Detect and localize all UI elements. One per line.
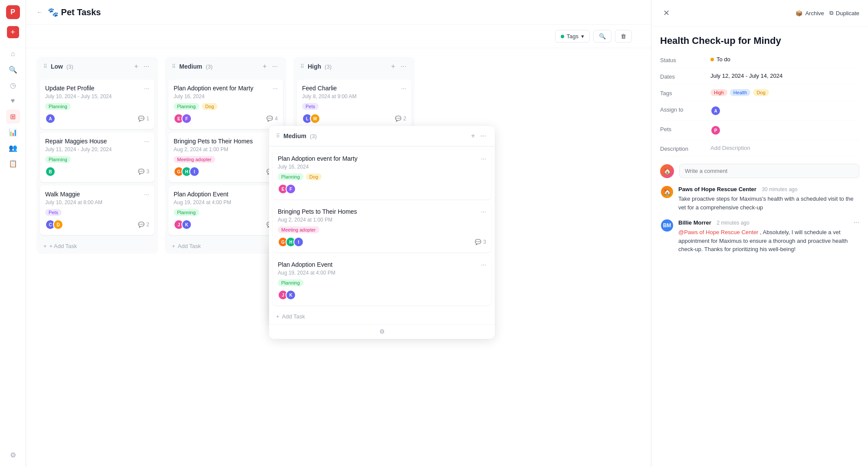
comment-input-field[interactable] <box>679 164 859 178</box>
column-medium-title: Medium <box>179 63 202 70</box>
overlay-card-3[interactable]: Plan Adoption Event ··· Aug 19, 2024 at … <box>273 256 491 305</box>
sidebar-item-settings[interactable]: ⚙ <box>6 448 20 462</box>
column-low: ⠿ Low (3) + ··· Update Pet Profile ··· J… <box>36 57 158 254</box>
duplicate-button[interactable]: ⧉ Duplicate <box>829 10 859 17</box>
search-button[interactable]: 🔍 <box>593 30 612 43</box>
card-feed-charlie[interactable]: Feed Charlie ··· July 8, 2024 at 9:00 AM… <box>297 79 411 129</box>
comment-icon: 💬 <box>138 222 145 228</box>
card-tags: Planning <box>278 279 486 286</box>
sidebar-item-people[interactable]: 👥 <box>6 141 20 155</box>
card-footer: A 💬 1 <box>45 113 149 124</box>
card-menu-button[interactable]: ··· <box>273 85 278 92</box>
card-menu-button[interactable]: ··· <box>481 155 486 164</box>
column-menu-button[interactable]: ··· <box>142 62 151 71</box>
sidebar-item-home[interactable]: ⌂ <box>6 47 20 61</box>
close-button[interactable]: ✕ <box>660 7 672 19</box>
back-button[interactable]: ← <box>36 9 43 16</box>
comment-menu-button[interactable]: ··· <box>854 219 859 226</box>
card-date: Aug 2, 2024 at 1:00 PM <box>278 217 486 223</box>
column-menu-button[interactable]: ··· <box>270 62 279 71</box>
field-description: Description Add Description <box>660 140 859 157</box>
overlay-card-2[interactable]: Bringing Pets to Their Homes ··· Aug 2, … <box>273 203 491 252</box>
add-task-low[interactable]: + + Add Task <box>36 238 158 254</box>
avatar: A <box>45 113 56 124</box>
overlay-col-count: (3) <box>310 133 317 139</box>
field-value-pets[interactable]: P <box>710 125 721 136</box>
card-plan-adoption-event[interactable]: Plan Adoption Event ··· Aug 19, 2024 at … <box>168 185 283 235</box>
card-bringing-pets[interactable]: Bringing Pets to Their Homes ··· Aug 2, … <box>168 132 283 182</box>
sidebar-item-book[interactable]: 📋 <box>6 156 20 170</box>
field-label-status: Status <box>660 56 704 63</box>
avatar: A <box>710 106 721 116</box>
card-plan-adoption-marty[interactable]: Plan Adoption event for Marty ··· July 1… <box>168 79 283 129</box>
overlay-add-task[interactable]: + Add Task <box>269 309 495 324</box>
detail-fields: Status To do Dates July 12, 2024 - July … <box>651 52 868 157</box>
search-icon: 🔍 <box>599 33 606 40</box>
column-high-header: ⠿ High (3) + ··· <box>293 57 415 76</box>
column-add-button[interactable]: + <box>261 62 268 71</box>
card-tags: Pets <box>45 209 149 216</box>
sidebar-item-search[interactable]: 🔍 <box>6 63 20 76</box>
settings-icon[interactable]: ⚙ <box>379 328 385 335</box>
column-add-button[interactable]: + <box>132 62 140 71</box>
trash-button[interactable]: 🗑 <box>615 30 632 43</box>
card-update-pet-profile[interactable]: Update Pet Profile ··· July 10, 2024 - J… <box>40 79 155 129</box>
field-value-assign[interactable]: A <box>710 106 721 116</box>
field-pets: Pets P <box>660 121 859 140</box>
detail-actions: 📦 Archive ⧉ Duplicate <box>796 10 859 17</box>
overlay-card-1[interactable]: Plan Adoption event for Marty ··· July 1… <box>273 150 491 199</box>
add-button[interactable]: + <box>7 26 19 38</box>
comment-count: 💬 3 <box>138 169 149 175</box>
field-label-description: Description <box>660 145 704 152</box>
sidebar-item-grid[interactable]: ⊞ <box>6 109 20 123</box>
card-menu-button[interactable]: ··· <box>481 261 486 270</box>
tag-high: High <box>710 89 727 96</box>
overlay-add-button[interactable]: + <box>469 131 477 141</box>
comment-icon: 💬 <box>395 116 401 122</box>
column-add-button[interactable]: + <box>389 62 397 71</box>
card-tags: Planning <box>45 103 149 110</box>
commenter-avatar: 🏠 <box>660 185 674 199</box>
archive-button[interactable]: 📦 Archive <box>796 10 824 17</box>
field-value-description[interactable]: Add Description <box>710 145 750 151</box>
card-footer: L M 💬 2 <box>302 113 406 124</box>
card-menu-button[interactable]: ··· <box>481 208 486 217</box>
card-footer: B 💬 3 <box>45 166 149 177</box>
comment-content-1: Paws of Hope Rescue Center 30 minutes ag… <box>678 185 859 212</box>
field-value-tags[interactable]: High Health Dog <box>710 89 769 96</box>
card-menu-button[interactable]: ··· <box>144 85 149 92</box>
comment-2: BM Billie Morrer 2 minutes ago ··· @Paws… <box>660 219 859 254</box>
card-repair-maggies-house[interactable]: Repair Maggies House ··· July 11, 2024 -… <box>40 132 155 182</box>
card-date: July 11, 2024 - July 20, 2024 <box>45 146 149 152</box>
detail-panel: ✕ 📦 Archive ⧉ Duplicate Health Check-up … <box>651 0 868 467</box>
card-menu-button[interactable]: ··· <box>401 85 406 92</box>
add-task-medium[interactable]: + Add Task <box>165 238 286 254</box>
sidebar-item-heart[interactable]: ♥ <box>6 94 20 108</box>
avatar: P <box>710 125 721 136</box>
card-footer: E F <box>278 184 486 194</box>
card-menu-button[interactable]: ··· <box>144 138 149 145</box>
column-high-count: (3) <box>325 63 332 70</box>
card-title: Plan Adoption event for Marty <box>174 85 253 92</box>
tag-planning: Planning <box>174 103 199 110</box>
column-menu-button[interactable]: ··· <box>399 62 408 71</box>
field-value-dates: July 12, 2024 - July 14, 2024 <box>710 73 783 79</box>
card-title: Plan Adoption Event <box>278 261 332 268</box>
tag-planning: Planning <box>174 209 199 216</box>
user-avatar: 🏠 <box>660 164 674 178</box>
comment-text: Take proactive steps for Maximus's healt… <box>678 195 859 212</box>
tags-button[interactable]: Tags ▾ <box>555 30 590 43</box>
field-value-status[interactable]: To do <box>710 56 730 63</box>
avatar: B <box>45 166 56 177</box>
column-medium-count: (3) <box>206 63 213 70</box>
sidebar-item-chart[interactable]: 📊 <box>6 125 20 139</box>
sidebar-item-clock[interactable]: ◷ <box>6 78 20 92</box>
avatar: F <box>286 184 296 194</box>
card-date: Aug 19, 2024 at 4:00 PM <box>278 270 486 276</box>
overlay-menu-button[interactable]: ··· <box>479 131 488 141</box>
field-label-assign: Assign to <box>660 106 704 113</box>
card-walk-maggie[interactable]: Walk Maggie ··· July 10, 2024 at 8:00 AM… <box>40 185 155 235</box>
card-menu-button[interactable]: ··· <box>144 191 149 198</box>
comment-count: 💬 2 <box>138 222 149 228</box>
avatar: K <box>286 290 296 300</box>
